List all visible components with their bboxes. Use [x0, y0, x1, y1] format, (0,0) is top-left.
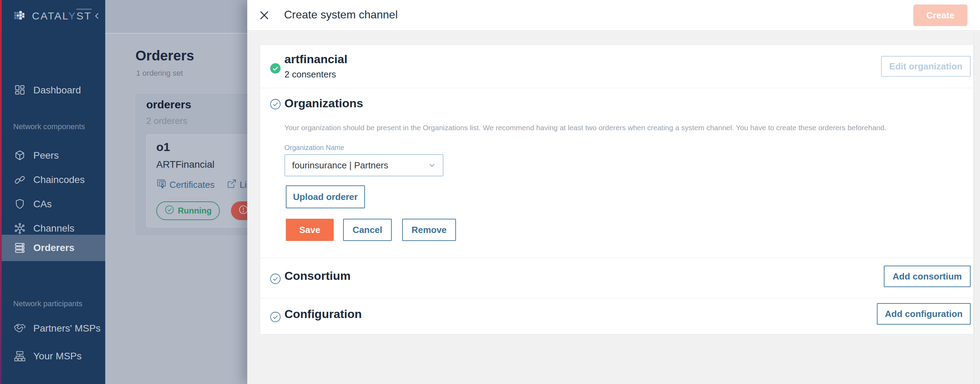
consortium-section: Consortium Add consortium: [260, 258, 974, 298]
server-stack-icon: [13, 242, 26, 254]
create-system-channel-drawer: Create system channel Create artfinancia…: [247, 0, 980, 384]
sidebar-item-cas[interactable]: CAs: [0, 191, 105, 217]
handshake-icon: [13, 322, 26, 335]
add-configuration-button[interactable]: Add configuration: [877, 303, 970, 325]
create-button[interactable]: Create: [913, 5, 967, 26]
certificates-label: Certificates: [169, 179, 215, 190]
check-circle-outline-icon: [270, 98, 281, 111]
organization-name-select[interactable]: fourinsurance | Partners: [285, 154, 444, 176]
chevron-down-icon: [428, 161, 436, 170]
remove-button[interactable]: Remove: [402, 219, 456, 241]
sidebar-item-label: Peers: [33, 150, 59, 161]
ordering-set-tile: orderers 2 orderers o1 ARTFinancial: [135, 93, 255, 236]
shield-icon: [13, 198, 26, 210]
orderer-name: o1: [156, 140, 170, 154]
organizations-section: Organizations Your organization should b…: [260, 88, 974, 258]
page-title: Orderers: [135, 48, 194, 63]
sidebar-item-label: Your MSPs: [33, 351, 82, 362]
upload-orderer-button[interactable]: Upload orderer: [286, 186, 365, 208]
app-root: Orderers 1 ordering set orderers 2 order…: [0, 0, 980, 384]
save-button[interactable]: Save: [286, 219, 334, 241]
add-consortium-button[interactable]: Add consortium: [884, 266, 970, 287]
check-circle-outline-icon: [270, 273, 281, 286]
sidebar-item-label: Chaincodes: [33, 174, 85, 186]
sidebar-item-dashboard[interactable]: Dashboard: [0, 77, 105, 103]
chain-link-icon: [13, 174, 26, 186]
hierarchy-icon: [13, 350, 26, 362]
logo-part2: Y: [68, 10, 76, 22]
cube-icon: [13, 149, 26, 162]
logo-part1: CATAL: [32, 10, 68, 22]
check-circle-icon: [165, 205, 174, 217]
running-label: Running: [178, 206, 212, 216]
org-summary-name: artfinancial: [285, 52, 347, 66]
logo-text: CATALYST: [32, 10, 92, 22]
orderer-links-row: Certificates Link: [156, 178, 250, 191]
catalyst-logo-icon: [13, 8, 28, 24]
sidebar-item-orderers[interactable]: Orderers: [0, 235, 105, 261]
configuration-heading: Configuration: [285, 307, 362, 321]
organizations-description: Your organization should be present in t…: [285, 124, 910, 132]
network-hub-icon: [13, 222, 26, 235]
check-circle-outline-icon: [270, 311, 281, 324]
sidebar-collapse-button[interactable]: [92, 11, 102, 21]
configuration-section: Configuration Add configuration: [260, 298, 974, 334]
sidebar-item-chaincodes[interactable]: Chaincodes: [0, 167, 105, 193]
status-row: Running No gene: [156, 202, 250, 220]
ordering-set-count: 2 orderers: [146, 116, 188, 126]
sidebar-item-label: Orderers: [33, 242, 74, 254]
consortium-heading: Consortium: [285, 269, 351, 282]
cancel-button[interactable]: Cancel: [343, 219, 392, 241]
sidebar-item-label: CAs: [33, 198, 52, 210]
organization-name-label: Organization Name: [285, 144, 344, 152]
drawer-title: Create system channel: [284, 8, 398, 21]
close-icon[interactable]: [258, 9, 271, 22]
ordering-set-title: orderers: [146, 98, 191, 111]
logo-row: CATALYST: [0, 8, 105, 24]
external-link[interactable]: Link: [226, 178, 250, 191]
external-link-icon: [226, 178, 237, 191]
drawer-header: Create system channel Create: [247, 0, 980, 30]
orderer-org: ARTFinancial: [156, 159, 215, 170]
channel-form-card: artfinancial 2 consenters Edit organizat…: [260, 44, 974, 334]
dashboard-icon: [13, 84, 26, 97]
sidebar-item-label: Partners' MSPs: [33, 323, 101, 334]
screen-edge-strip: [0, 0, 2, 384]
certificates-link[interactable]: Certificates: [156, 178, 215, 191]
orderer-card[interactable]: o1 ARTFinancial Cer: [146, 134, 250, 227]
edit-organization-button[interactable]: Edit organization: [881, 56, 970, 77]
running-status-badge: Running: [156, 202, 220, 220]
sidebar: CATALYST Dashboard Network components Pe…: [0, 0, 105, 384]
sidebar-section-participants: Network participants: [13, 299, 82, 308]
org-summary-consenters: 2 consenters: [285, 69, 336, 80]
organization-name-value: fourinsurance | Partners: [292, 160, 388, 171]
sidebar-item-label: Dashboard: [33, 85, 81, 96]
sidebar-section-components: Network components: [13, 122, 85, 131]
green-check-icon: [270, 63, 281, 75]
sidebar-item-your-msps[interactable]: Your MSPs: [0, 343, 105, 370]
sidebar-item-label: Channels: [33, 223, 74, 234]
certificate-icon: [156, 178, 167, 191]
org-summary-section: artfinancial 2 consenters Edit organizat…: [260, 45, 974, 88]
sidebar-item-peers[interactable]: Peers: [0, 142, 105, 169]
drawer-scrollbar[interactable]: [974, 30, 980, 384]
organizations-heading: Organizations: [285, 97, 363, 110]
logo-part3: ST: [76, 9, 92, 22]
page-subtitle: 1 ordering set: [136, 69, 183, 78]
sidebar-item-partners-msps[interactable]: Partners' MSPs: [0, 315, 105, 342]
